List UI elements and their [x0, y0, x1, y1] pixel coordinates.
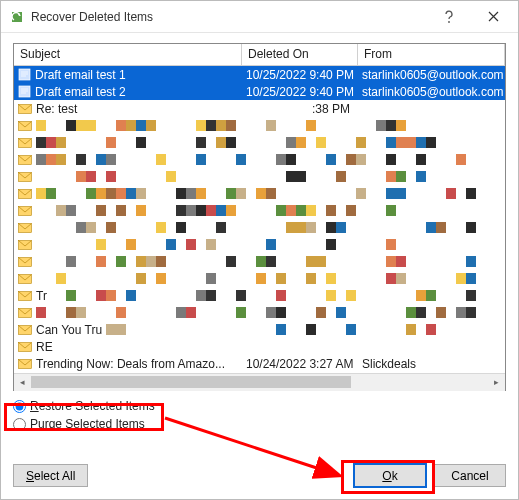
cell-subject: Trending Now: Deals from Amazo...	[14, 355, 242, 372]
list-header: Subject Deleted On From	[14, 44, 505, 66]
mail-icon	[18, 256, 32, 268]
cancel-button[interactable]: Cancel	[434, 464, 506, 487]
scroll-left-button[interactable]: ◂	[14, 374, 31, 391]
column-deleted-on[interactable]: Deleted On	[242, 44, 358, 65]
column-from[interactable]: From	[358, 44, 505, 65]
mail-icon	[18, 137, 32, 149]
draft-icon	[18, 68, 31, 81]
svg-rect-1	[19, 69, 30, 80]
list-body[interactable]: Draft email test 110/25/2022 9:40 PMstar…	[14, 66, 505, 373]
mail-icon	[18, 290, 32, 302]
mail-icon	[18, 103, 32, 115]
scroll-track[interactable]	[31, 374, 488, 391]
draft-icon	[18, 85, 31, 98]
svg-point-0	[448, 21, 450, 23]
horizontal-scrollbar[interactable]: ◂ ▸	[14, 373, 505, 390]
mail-icon	[18, 188, 32, 200]
mail-icon	[18, 205, 32, 217]
cell-from	[358, 338, 505, 355]
mail-icon	[18, 307, 32, 319]
cell-deleted: 10/24/2022 3:27 AM	[242, 355, 358, 372]
mail-icon	[18, 324, 32, 336]
table-row[interactable]: Draft email test 110/25/2022 9:40 PMstar…	[14, 66, 505, 83]
column-subject[interactable]: Subject	[14, 44, 242, 65]
cell-deleted: :38 PM	[242, 100, 358, 117]
scroll-right-button[interactable]: ▸	[488, 374, 505, 391]
restore-radio[interactable]	[13, 400, 26, 413]
svg-rect-2	[19, 86, 30, 97]
table-row[interactable]: Trending Now: Deals from Amazo...10/24/2…	[14, 355, 505, 372]
recover-deleted-items-window: Recover Deleted Items Subject Deleted On…	[0, 0, 519, 500]
restore-radio-row[interactable]: Restore Selected Items	[13, 397, 506, 415]
cell-deleted	[242, 338, 358, 355]
purge-radio-row[interactable]: Purge Selected Items	[13, 415, 506, 433]
cell-from	[358, 100, 505, 117]
purge-radio[interactable]	[13, 418, 26, 431]
mail-icon	[18, 171, 32, 183]
table-row[interactable]: Draft email test 210/25/2022 9:40 PMstar…	[14, 83, 505, 100]
cell-subject: Re: test	[14, 100, 242, 117]
window-title: Recover Deleted Items	[31, 10, 426, 24]
mail-icon	[18, 222, 32, 234]
table-row[interactable]: Re: test:38 PM	[14, 100, 505, 117]
cell-from: Slickdeals	[358, 355, 505, 372]
items-list: Subject Deleted On From Draft email test…	[13, 43, 506, 391]
close-button[interactable]	[471, 2, 516, 32]
cell-subject: RE	[14, 338, 242, 355]
cell-deleted: 10/25/2022 9:40 PM	[242, 66, 358, 83]
ok-button[interactable]: Ok	[354, 464, 426, 487]
cell-subject: Draft email test 2	[14, 83, 242, 100]
mail-icon	[18, 154, 32, 166]
mail-icon	[18, 358, 32, 370]
mail-icon	[18, 341, 32, 353]
cell-subject: Draft email test 1	[14, 66, 242, 83]
recover-icon	[9, 9, 25, 25]
purge-label[interactable]: Purge Selected Items	[30, 417, 145, 431]
mail-icon	[18, 120, 32, 132]
cell-deleted: 10/25/2022 9:40 PM	[242, 83, 358, 100]
table-row[interactable]: RE	[14, 338, 505, 355]
help-button[interactable]	[426, 2, 471, 32]
content-area: Subject Deleted On From Draft email test…	[1, 33, 518, 456]
cell-from: starlink0605@outlook.com	[358, 66, 505, 83]
action-radios: Restore Selected Items Purge Selected It…	[13, 397, 506, 433]
button-bar: Select All Ok Cancel	[1, 456, 518, 499]
titlebar: Recover Deleted Items	[1, 1, 518, 33]
select-all-button[interactable]: Select All	[13, 464, 88, 487]
scroll-thumb[interactable]	[31, 376, 351, 388]
mail-icon	[18, 273, 32, 285]
cell-from: starlink0605@outlook.com	[358, 83, 505, 100]
mail-icon	[18, 239, 32, 251]
restore-label[interactable]: Restore Selected Items	[30, 399, 155, 413]
